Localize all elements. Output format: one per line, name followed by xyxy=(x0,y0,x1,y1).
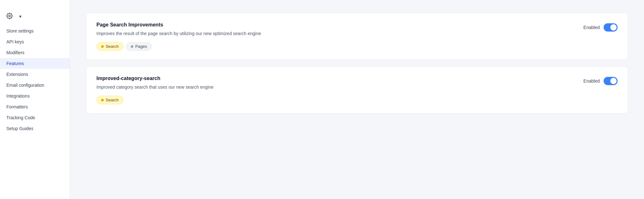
sidebar-item-setup-guides[interactable]: Setup Guides xyxy=(0,123,70,134)
feature-title-1: Improved-category-search xyxy=(96,76,576,81)
yellow-dot-icon xyxy=(101,99,104,101)
feature-card-0: Page Search ImprovementsImproves the res… xyxy=(86,13,628,60)
tag-label-0-1: Pages xyxy=(135,44,147,49)
enabled-label-1: Enabled xyxy=(584,78,600,84)
feature-description-1: Improved category search that uses our n… xyxy=(96,84,576,91)
feature-card-content-0: Page Search ImprovementsImproves the res… xyxy=(96,22,576,51)
feature-card-content-1: Improved-category-searchImproved categor… xyxy=(96,76,576,104)
chevron-down-icon: ▼ xyxy=(18,14,22,19)
sidebar-section-label xyxy=(0,6,70,10)
sidebar-item-api-keys[interactable]: API keys xyxy=(0,36,70,47)
feature-tags-0: SearchPages xyxy=(96,42,576,51)
sidebar-nav: Store settingsAPI keysModifiersFeaturesE… xyxy=(0,26,70,134)
feature-tag-0-0: Search xyxy=(96,42,123,51)
feature-toggle-1[interactable] xyxy=(604,77,618,85)
sidebar-item-extensions[interactable]: Extensions xyxy=(0,69,70,80)
feature-tag-1-0: Search xyxy=(96,96,123,104)
sidebar-item-email-configuration[interactable]: Email configuration xyxy=(0,80,70,91)
feature-tags-1: Search xyxy=(96,96,576,104)
gray-dot-icon xyxy=(131,45,133,48)
feature-toggle-0[interactable] xyxy=(604,23,618,32)
sidebar: ▼ Store settingsAPI keysModifiersFeature… xyxy=(0,0,70,199)
sidebar-settings-header[interactable]: ▼ xyxy=(0,10,70,26)
toggle-thumb-0 xyxy=(610,24,617,31)
sidebar-item-modifiers[interactable]: Modifiers xyxy=(0,47,70,58)
sidebar-item-tracking-code[interactable]: Tracking Code xyxy=(0,112,70,123)
feature-title-0: Page Search Improvements xyxy=(96,22,576,28)
enabled-label-0: Enabled xyxy=(584,25,600,30)
feature-card-1: Improved-category-searchImproved categor… xyxy=(86,66,628,114)
tag-label-1-0: Search xyxy=(106,98,119,102)
gear-icon xyxy=(6,13,13,20)
feature-description-0: Improves the result of the page search b… xyxy=(96,30,576,37)
feature-tag-0-1: Pages xyxy=(126,42,152,51)
toggle-slider-0 xyxy=(604,23,618,32)
features-list: Page Search ImprovementsImproves the res… xyxy=(86,13,628,114)
feature-control-1: Enabled xyxy=(584,76,618,85)
sidebar-item-integrations[interactable]: Integrations xyxy=(0,91,70,101)
tag-label-0-0: Search xyxy=(106,44,119,49)
toggle-slider-1 xyxy=(604,77,618,85)
yellow-dot-icon xyxy=(101,45,104,48)
sidebar-item-store-settings[interactable]: Store settings xyxy=(0,26,70,36)
sidebar-item-formatters[interactable]: Formatters xyxy=(0,101,70,112)
toggle-thumb-1 xyxy=(610,78,617,84)
svg-point-0 xyxy=(9,15,10,17)
feature-control-0: Enabled xyxy=(584,22,618,32)
sidebar-item-features[interactable]: Features xyxy=(0,58,70,69)
main-content: Page Search ImprovementsImproves the res… xyxy=(70,0,644,199)
